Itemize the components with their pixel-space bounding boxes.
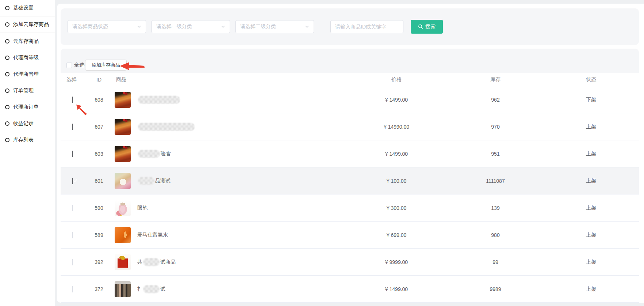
table-row: 603 验官 ¥ 1499.00 951 上架 bbox=[61, 140, 639, 167]
sidebar-item-label: 订单管理 bbox=[13, 87, 34, 94]
product-price: ¥ 14990.00 bbox=[345, 124, 448, 130]
category2-select-placeholder: 请选择二级分类 bbox=[240, 23, 276, 30]
header-product: 商品 bbox=[112, 76, 345, 83]
select-all-checkbox[interactable] bbox=[66, 63, 72, 68]
sidebar-item[interactable]: 基础设置 bbox=[0, 0, 55, 16]
product-id: 372 bbox=[86, 286, 112, 292]
product-name bbox=[137, 96, 181, 104]
row-checkbox[interactable] bbox=[72, 124, 73, 130]
product-id: 590 bbox=[86, 205, 112, 211]
product-price: ¥ 1499.00 bbox=[345, 97, 448, 103]
product-name bbox=[137, 123, 195, 131]
search-button[interactable]: 搜索 bbox=[411, 20, 443, 34]
censor-blur bbox=[138, 177, 154, 185]
product-stock: 9989 bbox=[448, 286, 543, 292]
table-body: 608 ¥ 1499.00 962 下架 607 ¥ 14990.00 970 bbox=[61, 86, 639, 303]
header-select: 选择 bbox=[61, 76, 86, 83]
product-price: ¥ 9999.00 bbox=[345, 259, 448, 265]
sidebar-item-label: 收益记录 bbox=[13, 120, 34, 127]
sidebar-menu: 基础设置 添加云库存商品 云库存商品 代理商等级 代理商管理 订单管理 代理商订… bbox=[0, 0, 55, 148]
product-stock: 980 bbox=[448, 232, 543, 238]
product-id: 607 bbox=[86, 124, 112, 130]
product-name-visible-start: 共 bbox=[137, 259, 142, 265]
radio-circle-icon bbox=[5, 56, 9, 60]
row-checkbox[interactable] bbox=[72, 97, 73, 103]
product-id: 392 bbox=[86, 259, 112, 265]
product-stock: 970 bbox=[448, 124, 543, 130]
sidebar-item-label: 库存列表 bbox=[13, 137, 34, 143]
product-stock: 1111087 bbox=[448, 178, 543, 184]
row-checkbox[interactable] bbox=[72, 151, 73, 157]
table-row: 607 ¥ 14990.00 970 上架 bbox=[61, 113, 639, 140]
product-status: 上架 bbox=[543, 286, 639, 292]
product-image bbox=[115, 92, 131, 108]
product-price: ¥ 1499.00 bbox=[345, 151, 448, 157]
row-checkbox[interactable] bbox=[72, 205, 73, 211]
header-status: 状态 bbox=[543, 76, 639, 83]
search-button-label: 搜索 bbox=[425, 23, 436, 30]
sidebar-item-label: 代理商等级 bbox=[13, 54, 39, 61]
status-select-placeholder: 请选择商品状态 bbox=[72, 23, 108, 30]
product-name: 扌 试 bbox=[137, 285, 165, 293]
product-status: 下架 bbox=[543, 97, 639, 103]
product-image bbox=[115, 254, 131, 270]
sidebar-item[interactable]: 代理商管理 bbox=[0, 66, 55, 82]
product-price: ¥ 1499.00 bbox=[345, 286, 448, 292]
chevron-down-icon bbox=[221, 24, 225, 29]
product-stock: 951 bbox=[448, 151, 543, 157]
header-stock: 库存 bbox=[448, 76, 543, 83]
header-id: ID bbox=[86, 77, 112, 83]
sidebar-item[interactable]: 代理商订单 bbox=[0, 99, 55, 115]
radio-circle-icon bbox=[5, 6, 9, 10]
select-all-label: 全选 bbox=[74, 62, 84, 68]
censor-blur bbox=[143, 258, 160, 266]
product-table-card: 全选 添加库存商品 选择 ID 商品 价格 库存 状态 608 bbox=[61, 49, 639, 303]
chevron-down-icon bbox=[137, 24, 141, 29]
product-status: 上架 bbox=[543, 178, 639, 184]
sidebar-item[interactable]: 添加云库存商品 bbox=[0, 16, 55, 33]
keyword-input[interactable] bbox=[330, 20, 403, 33]
product-status: 上架 bbox=[543, 259, 639, 265]
row-checkbox[interactable] bbox=[72, 178, 73, 184]
filter-bar: 请选择商品状态 请选择一级分类 请选择二级分类 搜索 bbox=[61, 8, 639, 45]
table-row: 590 眼笔 ¥ 300.00 139 上架 bbox=[61, 194, 639, 222]
product-price: ¥ 300.00 bbox=[345, 205, 448, 211]
radio-circle-icon bbox=[5, 121, 9, 126]
product-image bbox=[115, 281, 131, 297]
product-price: ¥ 699.00 bbox=[345, 232, 448, 238]
sidebar-item[interactable]: 库存列表 bbox=[0, 132, 55, 148]
row-checkbox[interactable] bbox=[72, 259, 73, 265]
sidebar-item[interactable]: 云库存商品 bbox=[0, 33, 55, 49]
product-name-visible-end: 验官 bbox=[161, 151, 171, 157]
product-status: 上架 bbox=[543, 232, 639, 238]
status-select[interactable]: 请选择商品状态 bbox=[68, 20, 146, 33]
product-price: ¥ 100.00 bbox=[345, 178, 448, 184]
product-image bbox=[115, 227, 131, 243]
radio-circle-icon bbox=[5, 138, 9, 142]
product-name-visible-end: 试 bbox=[160, 286, 165, 292]
product-stock: 139 bbox=[448, 205, 543, 211]
radio-circle-icon bbox=[5, 22, 9, 27]
add-inventory-button[interactable]: 添加库存商品 bbox=[85, 60, 127, 71]
chevron-down-icon bbox=[305, 24, 309, 29]
product-name-visible-start: 爱马仕富氢水 bbox=[137, 232, 168, 238]
category2-select[interactable]: 请选择二级分类 bbox=[235, 20, 314, 33]
product-id: 589 bbox=[86, 232, 112, 238]
product-name-visible-end: 品测试 bbox=[155, 178, 170, 184]
sidebar-item[interactable]: 代理商等级 bbox=[0, 49, 55, 66]
table-row: 392 共 试商品 ¥ 9999.00 99 上架 bbox=[61, 249, 639, 276]
product-image bbox=[115, 146, 131, 162]
row-checkbox[interactable] bbox=[72, 286, 73, 292]
product-name-visible-start: 扌 bbox=[137, 286, 142, 292]
row-checkbox[interactable] bbox=[72, 232, 73, 238]
table-row: 372 扌 试 ¥ 1499.00 9989 上架 bbox=[61, 276, 639, 303]
product-name-visible-start: 眼笔 bbox=[137, 205, 147, 211]
radio-circle-icon bbox=[5, 88, 9, 93]
sidebar-item[interactable]: 收益记录 bbox=[0, 115, 55, 132]
product-status: 上架 bbox=[543, 151, 639, 157]
sidebar-item[interactable]: 订单管理 bbox=[0, 82, 55, 99]
product-id: 603 bbox=[86, 151, 112, 157]
censor-blur bbox=[138, 96, 180, 104]
category1-select[interactable]: 请选择一级分类 bbox=[152, 20, 230, 33]
product-name: 共 试商品 bbox=[137, 258, 176, 266]
